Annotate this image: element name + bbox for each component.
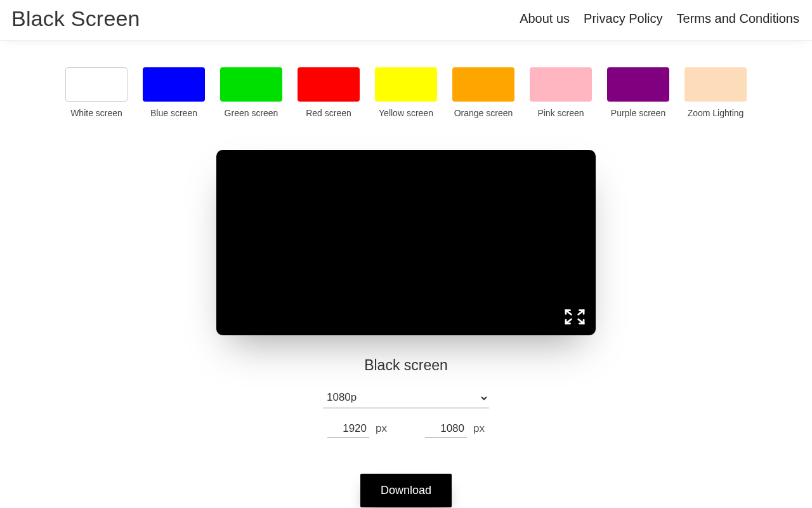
swatch-item-orange[interactable]: Orange screen <box>452 67 514 118</box>
swatch-item-green[interactable]: Green screen <box>220 67 282 118</box>
nav: About us Privacy Policy Terms and Condit… <box>520 11 799 26</box>
swatch-blue <box>143 67 205 102</box>
swatch-label: Yellow screen <box>379 108 433 118</box>
swatch-label: Red screen <box>306 108 351 118</box>
swatch-label: White screen <box>70 108 122 118</box>
screen-label: Black screen <box>364 357 448 374</box>
swatch-item-blue[interactable]: Blue screen <box>143 67 205 118</box>
content: White screen Blue screen Green screen Re… <box>0 41 812 507</box>
swatch-purple <box>607 67 669 102</box>
swatch-label: Blue screen <box>150 108 197 118</box>
swatch-item-white[interactable]: White screen <box>65 67 128 118</box>
swatch-white <box>65 67 128 102</box>
nav-link-terms[interactable]: Terms and Conditions <box>677 11 799 26</box>
swatch-label: Zoom Lighting <box>688 108 744 118</box>
width-input[interactable] <box>327 421 369 438</box>
swatch-item-purple[interactable]: Purple screen <box>607 67 669 118</box>
swatch-label: Orange screen <box>454 108 513 118</box>
resolution-select[interactable]: 1080p <box>323 388 489 408</box>
swatch-item-red[interactable]: Red screen <box>298 67 360 118</box>
swatch-label: Pink screen <box>537 108 584 118</box>
swatch-zoom-lighting <box>684 67 747 102</box>
preview-panel[interactable] <box>216 150 596 335</box>
swatch-label: Purple screen <box>611 108 665 118</box>
header: Black Screen About us Privacy Policy Ter… <box>0 0 812 41</box>
height-input[interactable] <box>425 421 467 438</box>
swatch-row: White screen Blue screen Green screen Re… <box>53 67 759 118</box>
swatch-label: Green screen <box>225 108 278 118</box>
swatch-item-zoom-lighting[interactable]: Zoom Lighting <box>684 67 747 118</box>
nav-link-privacy[interactable]: Privacy Policy <box>584 11 662 26</box>
fullscreen-icon[interactable] <box>563 307 587 326</box>
swatch-item-yellow[interactable]: Yellow screen <box>375 67 437 118</box>
swatch-red <box>298 67 360 102</box>
swatch-item-pink[interactable]: Pink screen <box>530 67 592 118</box>
download-button[interactable]: Download <box>360 474 452 507</box>
swatch-green <box>220 67 282 102</box>
unit-label: px <box>376 422 387 435</box>
swatch-orange <box>452 67 514 102</box>
dimension-row: px px <box>327 421 485 438</box>
controls: 1080p px px Download <box>323 388 489 507</box>
site-title: Black Screen <box>11 6 140 31</box>
nav-link-about[interactable]: About us <box>520 11 570 26</box>
unit-label: px <box>473 422 485 435</box>
swatch-yellow <box>375 67 437 102</box>
swatch-pink <box>530 67 592 102</box>
